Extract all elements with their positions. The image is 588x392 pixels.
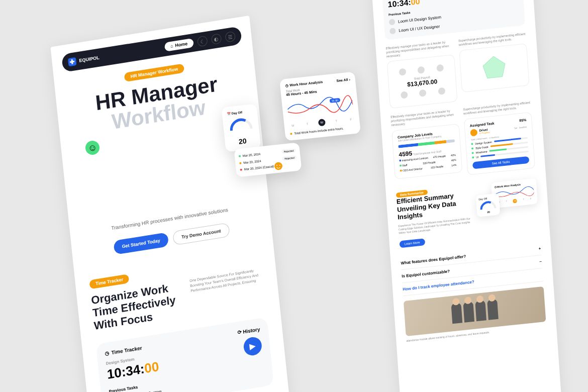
home-icon: ⌂ (170, 43, 173, 49)
landing-page-right: Design System 10:34:00 Previous Tasks Lo… (371, 0, 563, 392)
svg-marker-0 (482, 55, 506, 78)
history-link[interactable]: ⟳History (237, 326, 260, 335)
learn-more-button[interactable]: Learn More (400, 238, 425, 248)
smiley-orange-icon: ☻ (271, 158, 285, 172)
faq-section: What features does Equipol offer?+ Is Eq… (401, 242, 546, 342)
plus-icon: + (538, 246, 541, 251)
get-started-button[interactable]: Get Started Today (113, 232, 169, 255)
plus-icon: ✚ (68, 57, 76, 66)
job-levels-card: Company Job Levels Job Level Distributio… (391, 124, 462, 179)
brand-logo[interactable]: ✚ EQUIPOL (68, 54, 100, 67)
landing-page-left: ✚ EQUIPOL ⌂ Home ☾ ◐ ☰ HR Manager Workfl… (50, 16, 291, 392)
tracker-title: ◷Time Tracker (105, 345, 142, 356)
appearance-icon[interactable]: ◐ (211, 33, 222, 45)
gauge-icon (227, 116, 254, 134)
day-off-card: 📅Day Off 20 (221, 104, 261, 152)
see-all-link[interactable]: See All › (336, 77, 350, 82)
theme-toggle-icon[interactable]: ☾ (197, 36, 208, 47)
section-desc: One Dependable Source For Significantly … (189, 267, 263, 293)
brand-name: EQUIPOL (79, 55, 100, 63)
assigned-task-card: Assigned Task85% DrivelIn ProgressSat - … (464, 112, 535, 175)
dates-card: Mar 20, 2024Rejected Mar 20, 2024Rejecte… (234, 142, 302, 177)
section-title: Organize Work Time Effectively With Focu… (90, 279, 188, 332)
minus-icon: − (539, 259, 542, 264)
line-chart: W. 8h (286, 92, 353, 119)
menu-icon[interactable]: ☰ (225, 31, 236, 43)
payroll-card: Total Payroll $13,670.00 (387, 55, 458, 109)
work-hour-card: ◷Work Hour Analysis See All › Total Work… (279, 71, 361, 141)
section-badge: Time Tracker (89, 274, 129, 289)
radar-card (459, 43, 529, 92)
home-nav-item[interactable]: ⌂ Home (164, 38, 194, 52)
tracker-card: ◷Time Tracker ⟳History Design System 10:… (96, 317, 274, 392)
mini-tracker: Design System 10:34:00 Previous Tasks Lo… (382, 0, 525, 40)
demo-button[interactable]: Try Demo Account (172, 223, 230, 246)
summary-section: Data Summarize Efficient Summary Unveili… (396, 178, 540, 248)
time-tracker-section: Time Tracker Organize Work Time Effectiv… (75, 250, 287, 392)
